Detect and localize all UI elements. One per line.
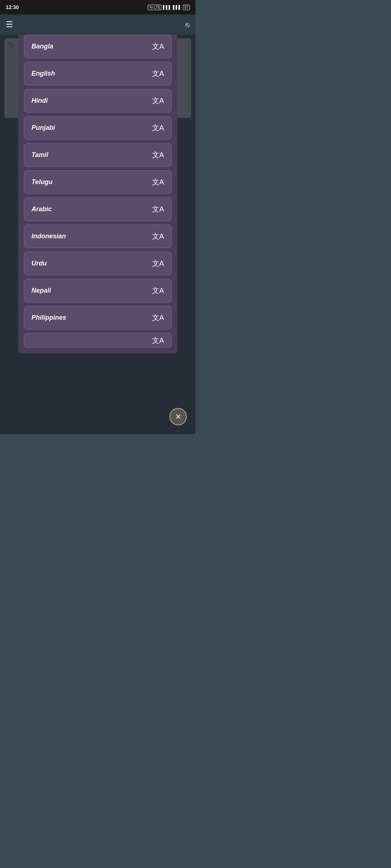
translate-icon-punjabi: 文A bbox=[152, 123, 164, 133]
language-name-philippines: Philippines bbox=[31, 314, 66, 322]
language-name-english: English bbox=[31, 70, 55, 77]
status-bar: 12:30 Yo LTE ▌▌▌ ▌▌▌ 57 bbox=[0, 0, 196, 14]
translate-icon-bangla: 文A bbox=[152, 42, 164, 51]
share-icon[interactable]: ⎋ bbox=[185, 21, 190, 29]
language-panel: Bangla 文A English 文A Hindi 文A Punjabi 文A… bbox=[18, 29, 177, 353]
language-item-partial[interactable]: 文A bbox=[24, 333, 172, 348]
app-bar: ☰ ⎋ bbox=[0, 14, 196, 35]
signal2-icon: ▌▌▌ bbox=[173, 5, 181, 9]
translate-icon-urdu: 文A bbox=[152, 259, 164, 268]
status-icons: Yo LTE ▌▌▌ ▌▌▌ 57 bbox=[148, 5, 190, 10]
battery-indicator: 57 bbox=[183, 5, 190, 10]
close-button[interactable]: ✕ bbox=[169, 408, 187, 425]
language-item-bangla[interactable]: Bangla 文A bbox=[24, 35, 172, 58]
translate-icon-telugu: 文A bbox=[152, 177, 164, 187]
language-item-urdu[interactable]: Urdu 文A bbox=[24, 252, 172, 275]
language-item-hindi[interactable]: Hindi 文A bbox=[24, 89, 172, 112]
translate-icon-english: 文A bbox=[152, 69, 164, 78]
translate-icon-philippines: 文A bbox=[152, 313, 164, 323]
language-name-hindi: Hindi bbox=[31, 97, 48, 105]
translate-icon-hindi: 文A bbox=[152, 96, 164, 106]
translate-icon-nepali: 文A bbox=[152, 286, 164, 295]
menu-icon[interactable]: ☰ bbox=[6, 20, 13, 29]
translate-icon-partial: 文A bbox=[152, 336, 164, 345]
language-name-punjabi: Punjabi bbox=[31, 124, 55, 132]
translate-icon-arabic: 文A bbox=[152, 204, 164, 214]
translate-icon-indonesian: 文A bbox=[152, 231, 164, 241]
language-name-indonesian: Indonesian bbox=[31, 233, 66, 240]
language-name-nepali: Nepali bbox=[31, 287, 51, 294]
language-item-arabic[interactable]: Arabic 文A bbox=[24, 197, 172, 221]
language-item-nepali[interactable]: Nepali 文A bbox=[24, 279, 172, 302]
status-time: 12:30 bbox=[6, 4, 19, 10]
language-name-tamil: Tamil bbox=[31, 151, 48, 159]
language-item-philippines[interactable]: Philippines 文A bbox=[24, 306, 172, 329]
language-name-telugu: Telugu bbox=[31, 178, 52, 186]
language-name-urdu: Urdu bbox=[31, 260, 47, 267]
language-name-bangla: Bangla bbox=[31, 43, 53, 50]
language-item-indonesian[interactable]: Indonesian 文A bbox=[24, 225, 172, 248]
lte-icon: Yo LTE bbox=[148, 5, 161, 10]
language-item-english[interactable]: English 文A bbox=[24, 62, 172, 85]
language-item-tamil[interactable]: Tamil 文A bbox=[24, 143, 172, 167]
language-item-punjabi[interactable]: Punjabi 文A bbox=[24, 116, 172, 140]
translate-icon-tamil: 文A bbox=[152, 150, 164, 160]
close-icon: ✕ bbox=[175, 412, 181, 421]
signal1-icon: ▌▌▌ bbox=[163, 5, 171, 9]
language-name-arabic: Arabic bbox=[31, 205, 52, 213]
language-item-telugu[interactable]: Telugu 文A bbox=[24, 170, 172, 194]
